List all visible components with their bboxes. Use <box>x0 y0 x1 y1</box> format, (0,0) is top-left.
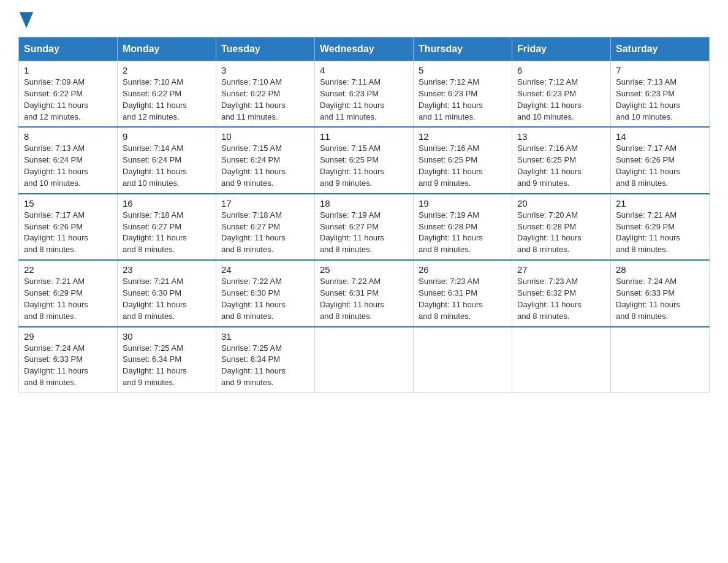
calendar-cell: 8 Sunrise: 7:13 AMSunset: 6:24 PMDayligh… <box>19 127 118 193</box>
week-row-4: 22 Sunrise: 7:21 AMSunset: 6:29 PMDaylig… <box>19 260 710 326</box>
day-number: 26 <box>419 264 507 275</box>
day-info: Sunrise: 7:24 AMSunset: 6:33 PMDaylight:… <box>616 277 680 321</box>
calendar-cell: 18 Sunrise: 7:19 AMSunset: 6:27 PMDaylig… <box>315 194 414 260</box>
day-info: Sunrise: 7:14 AMSunset: 6:24 PMDaylight:… <box>123 144 187 188</box>
calendar-cell: 16 Sunrise: 7:18 AMSunset: 6:27 PMDaylig… <box>118 194 216 260</box>
day-number: 7 <box>616 65 704 75</box>
page-header <box>18 12 710 26</box>
calendar-table: SundayMondayTuesdayWednesdayThursdayFrid… <box>18 37 710 393</box>
calendar-cell: 2 Sunrise: 7:10 AMSunset: 6:22 PMDayligh… <box>118 61 216 128</box>
col-header-tuesday: Tuesday <box>216 37 315 61</box>
day-info: Sunrise: 7:12 AMSunset: 6:23 PMDaylight:… <box>517 77 582 121</box>
calendar-cell: 7 Sunrise: 7:13 AMSunset: 6:23 PMDayligh… <box>611 61 710 128</box>
day-number: 21 <box>616 198 704 209</box>
calendar-cell: 13 Sunrise: 7:16 AMSunset: 6:25 PMDaylig… <box>512 127 611 193</box>
day-number: 13 <box>517 131 605 142</box>
col-header-thursday: Thursday <box>414 37 512 61</box>
day-number: 15 <box>24 198 112 209</box>
day-number: 28 <box>616 264 704 275</box>
day-number: 4 <box>320 65 408 75</box>
week-row-3: 15 Sunrise: 7:17 AMSunset: 6:26 PMDaylig… <box>19 194 710 260</box>
day-number: 10 <box>221 131 309 142</box>
day-info: Sunrise: 7:16 AMSunset: 6:25 PMDaylight:… <box>517 144 582 188</box>
day-info: Sunrise: 7:10 AMSunset: 6:22 PMDaylight:… <box>123 77 187 121</box>
day-number: 1 <box>24 65 112 75</box>
calendar-cell: 28 Sunrise: 7:24 AMSunset: 6:33 PMDaylig… <box>611 260 710 326</box>
calendar-cell: 1 Sunrise: 7:09 AMSunset: 6:22 PMDayligh… <box>19 61 118 128</box>
calendar-cell: 4 Sunrise: 7:11 AMSunset: 6:23 PMDayligh… <box>315 61 414 128</box>
col-header-monday: Monday <box>118 37 216 61</box>
calendar-cell: 22 Sunrise: 7:21 AMSunset: 6:29 PMDaylig… <box>19 260 118 326</box>
day-number: 3 <box>221 65 309 75</box>
day-info: Sunrise: 7:21 AMSunset: 6:29 PMDaylight:… <box>616 210 680 255</box>
calendar-cell <box>315 327 414 393</box>
week-row-5: 29 Sunrise: 7:24 AMSunset: 6:33 PMDaylig… <box>19 327 710 393</box>
logo <box>18 12 33 26</box>
day-number: 14 <box>616 131 704 142</box>
calendar-cell: 21 Sunrise: 7:21 AMSunset: 6:29 PMDaylig… <box>611 194 710 260</box>
calendar-cell: 25 Sunrise: 7:22 AMSunset: 6:31 PMDaylig… <box>315 260 414 326</box>
day-number: 12 <box>419 131 507 142</box>
day-info: Sunrise: 7:24 AMSunset: 6:33 PMDaylight:… <box>24 343 88 388</box>
day-info: Sunrise: 7:09 AMSunset: 6:22 PMDaylight:… <box>24 77 88 121</box>
day-number: 9 <box>123 131 211 142</box>
day-number: 23 <box>123 264 211 275</box>
logo-arrow-icon <box>20 12 33 28</box>
day-number: 2 <box>123 65 211 75</box>
calendar-cell: 12 Sunrise: 7:16 AMSunset: 6:25 PMDaylig… <box>414 127 512 193</box>
day-info: Sunrise: 7:23 AMSunset: 6:31 PMDaylight:… <box>419 277 483 321</box>
day-info: Sunrise: 7:18 AMSunset: 6:27 PMDaylight:… <box>221 210 286 255</box>
day-number: 27 <box>517 264 605 275</box>
calendar-cell: 5 Sunrise: 7:12 AMSunset: 6:23 PMDayligh… <box>414 61 512 128</box>
calendar-cell: 24 Sunrise: 7:22 AMSunset: 6:30 PMDaylig… <box>216 260 315 326</box>
day-info: Sunrise: 7:18 AMSunset: 6:27 PMDaylight:… <box>123 210 187 255</box>
calendar-cell <box>512 327 611 393</box>
col-header-sunday: Sunday <box>19 37 118 61</box>
calendar-cell: 9 Sunrise: 7:14 AMSunset: 6:24 PMDayligh… <box>118 127 216 193</box>
day-number: 6 <box>517 65 605 75</box>
day-number: 22 <box>24 264 112 275</box>
day-number: 31 <box>221 331 309 342</box>
col-header-wednesday: Wednesday <box>315 37 414 61</box>
calendar-cell: 6 Sunrise: 7:12 AMSunset: 6:23 PMDayligh… <box>512 61 611 128</box>
col-header-saturday: Saturday <box>611 37 710 61</box>
day-number: 20 <box>517 198 605 209</box>
day-number: 18 <box>320 198 408 209</box>
day-info: Sunrise: 7:17 AMSunset: 6:26 PMDaylight:… <box>24 210 88 255</box>
day-info: Sunrise: 7:12 AMSunset: 6:23 PMDaylight:… <box>419 77 483 121</box>
calendar-cell: 26 Sunrise: 7:23 AMSunset: 6:31 PMDaylig… <box>414 260 512 326</box>
day-info: Sunrise: 7:10 AMSunset: 6:22 PMDaylight:… <box>221 77 286 121</box>
day-info: Sunrise: 7:16 AMSunset: 6:25 PMDaylight:… <box>419 144 483 188</box>
day-number: 24 <box>221 264 309 275</box>
day-info: Sunrise: 7:13 AMSunset: 6:23 PMDaylight:… <box>616 77 680 121</box>
day-info: Sunrise: 7:15 AMSunset: 6:24 PMDaylight:… <box>221 144 286 188</box>
day-info: Sunrise: 7:21 AMSunset: 6:30 PMDaylight:… <box>123 277 187 321</box>
calendar-cell: 23 Sunrise: 7:21 AMSunset: 6:30 PMDaylig… <box>118 260 216 326</box>
day-info: Sunrise: 7:23 AMSunset: 6:32 PMDaylight:… <box>517 277 582 321</box>
day-info: Sunrise: 7:22 AMSunset: 6:31 PMDaylight:… <box>320 277 384 321</box>
day-info: Sunrise: 7:17 AMSunset: 6:26 PMDaylight:… <box>616 144 680 188</box>
day-number: 8 <box>24 131 112 142</box>
day-number: 5 <box>419 65 507 75</box>
calendar-cell <box>414 327 512 393</box>
day-number: 19 <box>419 198 507 209</box>
day-number: 17 <box>221 198 309 209</box>
calendar-cell: 10 Sunrise: 7:15 AMSunset: 6:24 PMDaylig… <box>216 127 315 193</box>
calendar-cell: 17 Sunrise: 7:18 AMSunset: 6:27 PMDaylig… <box>216 194 315 260</box>
calendar-header-row: SundayMondayTuesdayWednesdayThursdayFrid… <box>19 37 710 61</box>
svg-marker-0 <box>20 12 33 28</box>
week-row-1: 1 Sunrise: 7:09 AMSunset: 6:22 PMDayligh… <box>19 61 710 128</box>
calendar-cell: 29 Sunrise: 7:24 AMSunset: 6:33 PMDaylig… <box>19 327 118 393</box>
calendar-cell: 19 Sunrise: 7:19 AMSunset: 6:28 PMDaylig… <box>414 194 512 260</box>
day-number: 29 <box>24 331 112 342</box>
calendar-cell <box>611 327 710 393</box>
day-info: Sunrise: 7:19 AMSunset: 6:28 PMDaylight:… <box>419 210 483 255</box>
col-header-friday: Friday <box>512 37 611 61</box>
day-info: Sunrise: 7:21 AMSunset: 6:29 PMDaylight:… <box>24 277 88 321</box>
day-info: Sunrise: 7:22 AMSunset: 6:30 PMDaylight:… <box>221 277 286 321</box>
calendar-cell: 27 Sunrise: 7:23 AMSunset: 6:32 PMDaylig… <box>512 260 611 326</box>
day-info: Sunrise: 7:13 AMSunset: 6:24 PMDaylight:… <box>24 144 88 188</box>
calendar-cell: 20 Sunrise: 7:20 AMSunset: 6:28 PMDaylig… <box>512 194 611 260</box>
calendar-cell: 11 Sunrise: 7:15 AMSunset: 6:25 PMDaylig… <box>315 127 414 193</box>
day-info: Sunrise: 7:19 AMSunset: 6:27 PMDaylight:… <box>320 210 384 255</box>
